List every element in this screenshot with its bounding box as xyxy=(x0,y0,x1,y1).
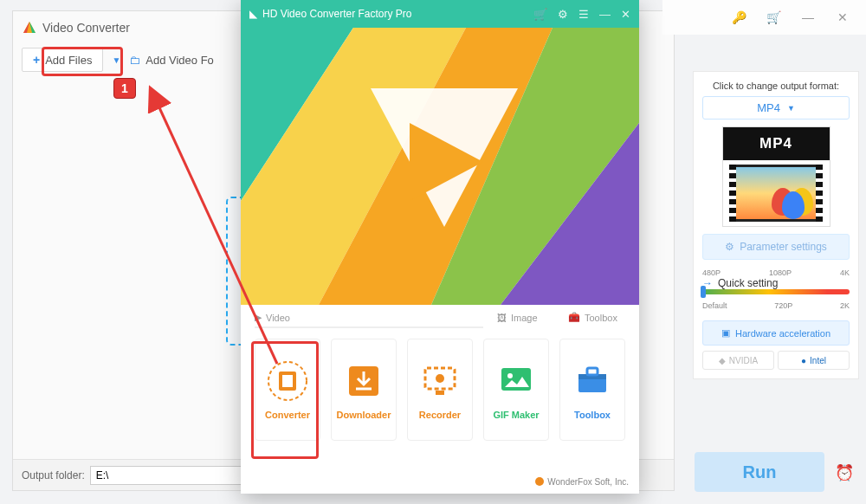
launcher-section-tabs: ▶Video 🖼Image 🧰Toolbox xyxy=(241,305,639,328)
add-video-folder-button[interactable]: 🗀 Add Video Fo xyxy=(129,54,214,67)
format-thumbnail xyxy=(729,165,823,222)
minimize-icon[interactable]: — xyxy=(793,5,823,29)
converter-card[interactable]: Converter xyxy=(255,339,320,441)
converter-label: Converter xyxy=(265,410,310,420)
gifmaker-label: GIF Maker xyxy=(493,410,539,420)
output-side-panel: Click to change output format: MP4 ▼ MP4… xyxy=(693,71,859,379)
close-icon[interactable]: ✕ xyxy=(621,8,630,21)
output-folder-label: Output folder: xyxy=(22,469,85,481)
gpu-chips: ◆NVIDIA ●Intel xyxy=(702,351,850,370)
close-icon[interactable]: ✕ xyxy=(828,5,857,29)
quick-setting-label: → Quick setting xyxy=(702,277,850,289)
section-image: 🖼Image xyxy=(497,312,554,328)
recorder-icon xyxy=(418,359,462,403)
launcher-footer: WonderFox Soft, Inc. xyxy=(241,469,639,494)
window-title: Video Converter xyxy=(42,21,130,35)
svg-rect-17 xyxy=(436,391,444,395)
launcher-window: ◣ HD Video Converter Factory Pro 🛒 ⚙ ☰ —… xyxy=(241,0,639,494)
hardware-label: Hardware acceleration xyxy=(735,328,830,339)
recorder-label: Recorder xyxy=(419,410,461,420)
svg-rect-22 xyxy=(587,368,598,375)
add-files-button[interactable]: + Add Files xyxy=(22,48,103,72)
chevron-down-icon: ▼ xyxy=(787,104,795,113)
svg-point-19 xyxy=(507,373,513,378)
slider-ticks-top: 480P1080P4K xyxy=(702,268,850,277)
launcher-cards: Converter Downloader Recorder GIF Maker … xyxy=(241,328,639,451)
toolbox-card[interactable]: Toolbox xyxy=(559,339,625,441)
svg-rect-18 xyxy=(501,368,531,391)
key-icon[interactable]: 🔑 xyxy=(724,5,753,29)
svg-rect-12 xyxy=(282,375,293,387)
parameter-settings-button[interactable]: ⚙ Parameter settings xyxy=(702,234,850,260)
slider-ticks-bottom: Default720P2K xyxy=(702,301,850,310)
recorder-card[interactable]: Recorder xyxy=(407,339,473,441)
launcher-title-icons: 🛒 ⚙ ☰ — ✕ xyxy=(533,8,630,21)
downloader-card[interactable]: Downloader xyxy=(331,339,397,441)
gifmaker-icon xyxy=(494,359,538,403)
launcher-logo-icon: ◣ xyxy=(249,8,257,20)
image-icon: 🖼 xyxy=(497,313,507,323)
converter-icon xyxy=(266,359,309,403)
gifmaker-card[interactable]: GIF Maker xyxy=(483,339,549,441)
list-icon[interactable]: ☰ xyxy=(578,8,589,21)
intel-icon: ● xyxy=(801,356,806,365)
nvidia-icon: ◆ xyxy=(719,356,726,365)
chip-icon: ▣ xyxy=(721,327,730,339)
toolbox-tool-icon xyxy=(571,359,614,403)
mp4-badge: MP4 xyxy=(723,127,830,160)
run-button[interactable]: Run xyxy=(695,452,824,492)
parameter-settings-label: Parameter settings xyxy=(740,241,827,253)
add-files-label: Add Files xyxy=(45,54,92,67)
launcher-title: HD Video Converter Factory Pro xyxy=(262,8,533,20)
video-icon: ▶ xyxy=(255,312,262,323)
launcher-hero xyxy=(241,28,639,305)
minimize-icon[interactable]: — xyxy=(599,8,611,21)
cart-icon[interactable]: 🛒 xyxy=(533,8,547,21)
cart-icon[interactable]: 🛒 xyxy=(759,5,788,29)
slider-thumb[interactable] xyxy=(701,286,706,298)
section-toolbox: 🧰Toolbox xyxy=(568,312,625,328)
output-format-button[interactable]: MP4 ▼ xyxy=(702,96,850,120)
launcher-titlebar: ◣ HD Video Converter Factory Pro 🛒 ⚙ ☰ —… xyxy=(241,0,639,28)
section-video: ▶Video xyxy=(255,312,483,328)
downloader-label: Downloader xyxy=(337,410,391,420)
intel-chip[interactable]: ●Intel xyxy=(778,351,850,370)
output-format-hint: Click to change output format: xyxy=(702,81,850,91)
schedule-button[interactable]: ⏰ xyxy=(830,456,859,490)
plus-icon: + xyxy=(33,53,40,67)
folder-icon: 🗀 xyxy=(129,54,140,67)
add-files-dropdown-icon[interactable]: ▼ xyxy=(112,55,120,65)
toolbox-icon: 🧰 xyxy=(568,312,580,323)
hardware-acceleration-button[interactable]: ▣ Hardware acceleration xyxy=(702,320,850,346)
sliders-icon: ⚙ xyxy=(725,241,734,253)
output-folder-input[interactable] xyxy=(90,466,246,485)
nvidia-chip[interactable]: ◆NVIDIA xyxy=(702,351,774,370)
downloader-icon xyxy=(342,359,385,403)
app-logo-icon xyxy=(22,20,37,36)
quality-slider[interactable] xyxy=(702,289,850,294)
add-folder-label: Add Video Fo xyxy=(145,54,214,67)
output-format-label: MP4 xyxy=(757,101,780,114)
svg-point-16 xyxy=(436,374,444,383)
footer-text: WonderFox Soft, Inc. xyxy=(547,477,629,487)
gear-icon[interactable]: ⚙ xyxy=(558,8,568,21)
toolbox-label: Toolbox xyxy=(574,410,611,420)
format-preview-card[interactable]: MP4 xyxy=(722,126,830,227)
system-buttons: 🔑 🛒 — ✕ xyxy=(662,0,866,35)
wonderfox-logo-icon xyxy=(535,477,544,486)
